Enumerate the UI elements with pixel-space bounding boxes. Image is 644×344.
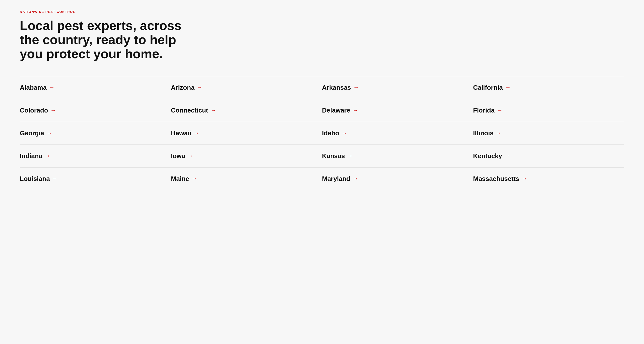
state-name: Maryland xyxy=(322,175,350,183)
state-link[interactable]: Indiana→ xyxy=(20,144,171,167)
state-name: Colorado xyxy=(20,107,48,114)
arrow-icon: → xyxy=(505,153,510,159)
state-link[interactable]: Maryland→ xyxy=(322,167,473,190)
state-name: California xyxy=(473,84,503,91)
state-name: Indiana xyxy=(20,152,42,160)
arrow-icon: → xyxy=(342,130,347,136)
state-link[interactable]: Kentucky→ xyxy=(473,144,624,167)
state-link[interactable]: Georgia→ xyxy=(20,122,171,144)
state-name: Iowa xyxy=(171,152,186,160)
state-name: Illinois xyxy=(473,129,494,137)
state-name: Georgia xyxy=(20,129,44,137)
arrow-icon: → xyxy=(522,176,527,182)
state-link[interactable]: Connecticut→ xyxy=(171,99,322,122)
state-name: Idaho xyxy=(322,129,339,137)
state-name: Arkansas xyxy=(322,84,351,91)
arrow-icon: → xyxy=(353,108,358,113)
arrow-icon: → xyxy=(497,108,502,113)
arrow-icon: → xyxy=(348,153,353,159)
state-link[interactable]: Maine→ xyxy=(171,167,322,190)
arrow-icon: → xyxy=(46,130,52,136)
state-name: Florida xyxy=(473,107,495,114)
arrow-icon: → xyxy=(210,108,216,113)
arrow-icon: → xyxy=(496,130,502,136)
state-name: Kentucky xyxy=(473,152,502,160)
arrow-icon: → xyxy=(192,176,197,182)
state-link[interactable]: Kansas→ xyxy=(322,144,473,167)
eyebrow-label: NATIONWIDE PEST CONTROL xyxy=(20,10,624,14)
arrow-icon: → xyxy=(50,108,56,113)
state-link[interactable]: Alabama→ xyxy=(20,76,171,99)
state-name: Louisiana xyxy=(20,175,50,183)
state-link[interactable]: Delaware→ xyxy=(322,99,473,122)
state-name: Delaware xyxy=(322,107,350,114)
state-link[interactable]: Hawaii→ xyxy=(171,122,322,144)
arrow-icon: → xyxy=(354,85,359,90)
state-link[interactable]: Arizona→ xyxy=(171,76,322,99)
arrow-icon: → xyxy=(194,130,199,136)
arrow-icon: → xyxy=(197,85,202,90)
state-link[interactable]: Idaho→ xyxy=(322,122,473,144)
states-grid: Alabama→Arizona→Arkansas→California→Colo… xyxy=(20,76,624,190)
arrow-icon: → xyxy=(45,153,50,159)
state-link[interactable]: Iowa→ xyxy=(171,144,322,167)
state-link[interactable]: Louisiana→ xyxy=(20,167,171,190)
state-name: Arizona xyxy=(171,84,194,91)
arrow-icon: → xyxy=(52,176,58,182)
state-link[interactable]: Florida→ xyxy=(473,99,624,122)
state-link[interactable]: Massachusetts→ xyxy=(473,167,624,190)
state-name: Alabama xyxy=(20,84,46,91)
state-link[interactable]: Illinois→ xyxy=(473,122,624,144)
state-name: Kansas xyxy=(322,152,345,160)
state-name: Connecticut xyxy=(171,107,208,114)
arrow-icon: → xyxy=(188,153,193,159)
arrow-icon: → xyxy=(353,176,358,182)
arrow-icon: → xyxy=(505,85,510,90)
page-headline: Local pest experts, across the country, … xyxy=(20,19,193,61)
arrow-icon: → xyxy=(49,85,54,90)
state-name: Maine xyxy=(171,175,189,183)
state-link[interactable]: Colorado→ xyxy=(20,99,171,122)
state-link[interactable]: Arkansas→ xyxy=(322,76,473,99)
state-name: Massachusetts xyxy=(473,175,519,183)
state-name: Hawaii xyxy=(171,129,191,137)
state-link[interactable]: California→ xyxy=(473,76,624,99)
